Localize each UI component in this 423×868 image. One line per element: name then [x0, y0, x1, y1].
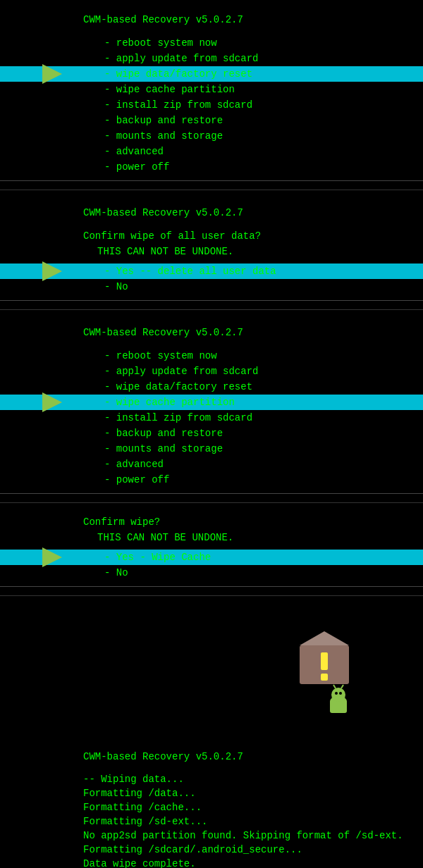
panel-3-title: CWM-based Recovery v5.0.2.7 — [0, 321, 423, 344]
svg-point-8 — [339, 692, 342, 695]
log-line-5: Formatting /sdcard/.android_secure... — [0, 843, 423, 857]
confirm-text-2: Confirm wipe? — [0, 514, 423, 530]
menu-item[interactable]: - reboot system now — [0, 348, 423, 364]
menu-item[interactable]: - backup and restore — [0, 113, 423, 128]
menu-item[interactable]: - advanced — [0, 457, 423, 472]
svg-rect-3 — [321, 674, 328, 681]
svg-line-10 — [341, 685, 343, 688]
menu-item-selected[interactable]: - Yes -- delete all user data — [0, 264, 423, 279]
menu-item[interactable]: - install zip from sdcard — [0, 410, 423, 426]
menu-item[interactable]: - power off — [0, 159, 423, 175]
menu-item-selected[interactable]: - wipe data/factory reset — [0, 66, 423, 82]
menu-item[interactable]: - mounts and storage — [0, 128, 423, 144]
log-line-0: -- Wiping data... — [0, 772, 423, 786]
menu-item[interactable]: - No — [0, 565, 423, 581]
menu-item[interactable]: - wipe data/factory reset — [0, 379, 423, 395]
arrow-icon — [42, 261, 62, 281]
confirm-warning-2: THIS CAN NOT BE UNDONE. — [0, 530, 423, 545]
empty-area — [0, 596, 423, 737]
menu-item[interactable]: - backup and restore — [0, 426, 423, 441]
log-line-3: Formatting /sd-ext... — [0, 814, 423, 829]
menu-item[interactable]: - wipe cache partition — [0, 82, 423, 97]
panel-1-title: CWM-based Recovery v5.0.2.7 — [0, 8, 423, 31]
svg-rect-5 — [330, 700, 347, 713]
menu-item[interactable]: - reboot system now — [0, 35, 423, 51]
panel-5-title: CWM-based Recovery v5.0.2.7 — [0, 745, 423, 768]
confirm-text-1: Confirm wipe of all user data? — [0, 228, 423, 244]
menu-item-selected[interactable]: - Yes - Wipe Cache — [0, 550, 423, 565]
svg-line-9 — [333, 685, 336, 688]
menu-item-selected[interactable]: - wipe cache partition — [0, 395, 423, 410]
arrow-icon — [42, 392, 62, 412]
android-figure — [282, 610, 367, 726]
menu-item[interactable]: - No — [0, 279, 423, 294]
menu-item[interactable]: - apply update from sdcard — [0, 364, 423, 379]
panel-5: CWM-based Recovery v5.0.2.7 -- Wiping da… — [0, 737, 423, 868]
menu-item[interactable]: - advanced — [0, 144, 423, 159]
svg-point-7 — [335, 692, 338, 695]
svg-rect-2 — [321, 652, 328, 670]
menu-item[interactable]: - install zip from sdcard — [0, 97, 423, 113]
panel-2-title: CWM-based Recovery v5.0.2.7 — [0, 202, 423, 224]
log-line-4: No app2sd partition found. Skipping form… — [0, 829, 423, 843]
panel-3: CWM-based Recovery v5.0.2.7 - reboot sys… — [0, 310, 423, 503]
menu-item[interactable]: - power off — [0, 472, 423, 488]
arrow-icon — [42, 547, 62, 567]
panel-1: CWM-based Recovery v5.0.2.7 - reboot sys… — [0, 0, 423, 190]
log-line-1: Formatting /data... — [0, 786, 423, 800]
svg-point-6 — [331, 688, 345, 702]
svg-marker-1 — [300, 631, 349, 645]
arrow-icon — [42, 64, 62, 84]
log-line-6: Data wipe complete. — [0, 857, 423, 868]
confirm-warning-1: THIS CAN NOT BE UNDONE. — [0, 244, 423, 259]
panel-2: CWM-based Recovery v5.0.2.7 Confirm wipe… — [0, 190, 423, 310]
menu-item[interactable]: - mounts and storage — [0, 441, 423, 457]
log-line-2: Formatting /cache... — [0, 800, 423, 814]
panel-4: Confirm wipe? THIS CAN NOT BE UNDONE. - … — [0, 503, 423, 596]
menu-item[interactable]: - apply update from sdcard — [0, 51, 423, 66]
